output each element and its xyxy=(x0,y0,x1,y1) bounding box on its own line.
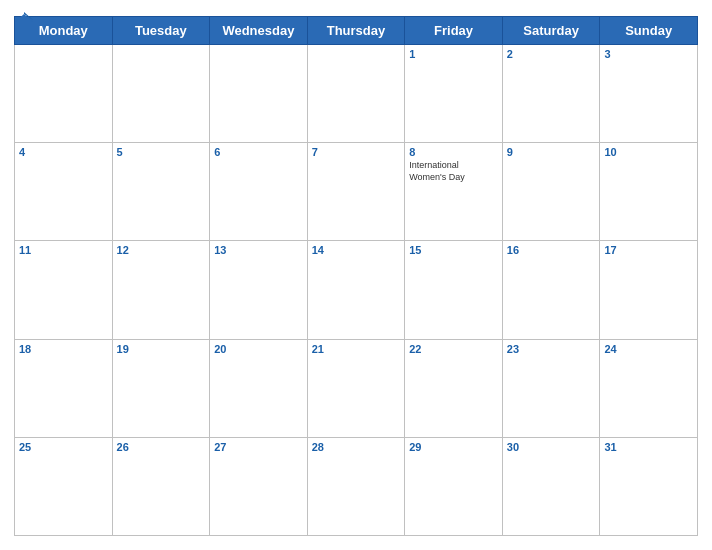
week-row-2: 11121314151617 xyxy=(15,241,698,339)
day-number: 1 xyxy=(409,48,498,60)
weekday-header-saturday: Saturday xyxy=(502,17,600,45)
calendar-cell: 14 xyxy=(307,241,405,339)
calendar-cell: 27 xyxy=(210,437,308,535)
logo-bird-icon xyxy=(15,12,33,28)
day-number: 24 xyxy=(604,343,693,355)
day-number: 17 xyxy=(604,244,693,256)
day-number: 10 xyxy=(604,146,693,158)
week-row-3: 18192021222324 xyxy=(15,339,698,437)
day-number: 5 xyxy=(117,146,206,158)
calendar-cell: 19 xyxy=(112,339,210,437)
week-row-1: 45678International Women's Day910 xyxy=(15,143,698,241)
day-number: 16 xyxy=(507,244,596,256)
calendar-cell: 25 xyxy=(15,437,113,535)
calendar-cell: 26 xyxy=(112,437,210,535)
calendar-container: MondayTuesdayWednesdayThursdayFridaySatu… xyxy=(0,0,712,550)
calendar-cell: 6 xyxy=(210,143,308,241)
day-number: 22 xyxy=(409,343,498,355)
calendar-cell: 5 xyxy=(112,143,210,241)
day-number: 21 xyxy=(312,343,401,355)
day-number: 29 xyxy=(409,441,498,453)
calendar-cell: 29 xyxy=(405,437,503,535)
weekday-header-wednesday: Wednesday xyxy=(210,17,308,45)
day-number: 28 xyxy=(312,441,401,453)
day-number: 13 xyxy=(214,244,303,256)
week-row-4: 25262728293031 xyxy=(15,437,698,535)
day-number: 27 xyxy=(214,441,303,453)
calendar-cell: 4 xyxy=(15,143,113,241)
calendar-cell: 3 xyxy=(600,45,698,143)
calendar-cell: 17 xyxy=(600,241,698,339)
calendar-cell: 2 xyxy=(502,45,600,143)
svg-marker-0 xyxy=(15,14,33,28)
calendar-cell: 23 xyxy=(502,339,600,437)
day-number: 12 xyxy=(117,244,206,256)
calendar-cell xyxy=(210,45,308,143)
day-number: 4 xyxy=(19,146,108,158)
logo xyxy=(14,10,33,28)
calendar-cell: 13 xyxy=(210,241,308,339)
calendar-cell xyxy=(112,45,210,143)
calendar-cell: 8International Women's Day xyxy=(405,143,503,241)
day-number: 18 xyxy=(19,343,108,355)
calendar-table: MondayTuesdayWednesdayThursdayFridaySatu… xyxy=(14,16,698,536)
calendar-cell: 24 xyxy=(600,339,698,437)
day-number: 20 xyxy=(214,343,303,355)
day-number: 9 xyxy=(507,146,596,158)
calendar-cell: 30 xyxy=(502,437,600,535)
day-number: 7 xyxy=(312,146,401,158)
day-number: 3 xyxy=(604,48,693,60)
day-number: 26 xyxy=(117,441,206,453)
calendar-cell: 1 xyxy=(405,45,503,143)
calendar-cell: 12 xyxy=(112,241,210,339)
calendar-cell: 20 xyxy=(210,339,308,437)
day-number: 19 xyxy=(117,343,206,355)
calendar-cell: 31 xyxy=(600,437,698,535)
calendar-cell: 9 xyxy=(502,143,600,241)
weekday-header-sunday: Sunday xyxy=(600,17,698,45)
calendar-cell: 22 xyxy=(405,339,503,437)
event-text: International Women's Day xyxy=(409,160,498,183)
weekday-header-tuesday: Tuesday xyxy=(112,17,210,45)
calendar-cell: 18 xyxy=(15,339,113,437)
calendar-cell xyxy=(307,45,405,143)
day-number: 2 xyxy=(507,48,596,60)
calendar-cell: 28 xyxy=(307,437,405,535)
day-number: 8 xyxy=(409,146,498,158)
weekday-header-thursday: Thursday xyxy=(307,17,405,45)
calendar-cell xyxy=(15,45,113,143)
calendar-cell: 21 xyxy=(307,339,405,437)
day-number: 25 xyxy=(19,441,108,453)
day-number: 11 xyxy=(19,244,108,256)
weekday-header-friday: Friday xyxy=(405,17,503,45)
day-number: 15 xyxy=(409,244,498,256)
calendar-cell: 15 xyxy=(405,241,503,339)
week-row-0: 123 xyxy=(15,45,698,143)
day-number: 6 xyxy=(214,146,303,158)
day-number: 31 xyxy=(604,441,693,453)
calendar-body: 12345678International Women's Day9101112… xyxy=(15,45,698,536)
day-number: 14 xyxy=(312,244,401,256)
calendar-cell: 10 xyxy=(600,143,698,241)
day-number: 23 xyxy=(507,343,596,355)
calendar-cell: 7 xyxy=(307,143,405,241)
weekday-header-row: MondayTuesdayWednesdayThursdayFridaySatu… xyxy=(15,17,698,45)
day-number: 30 xyxy=(507,441,596,453)
calendar-cell: 16 xyxy=(502,241,600,339)
calendar-cell: 11 xyxy=(15,241,113,339)
